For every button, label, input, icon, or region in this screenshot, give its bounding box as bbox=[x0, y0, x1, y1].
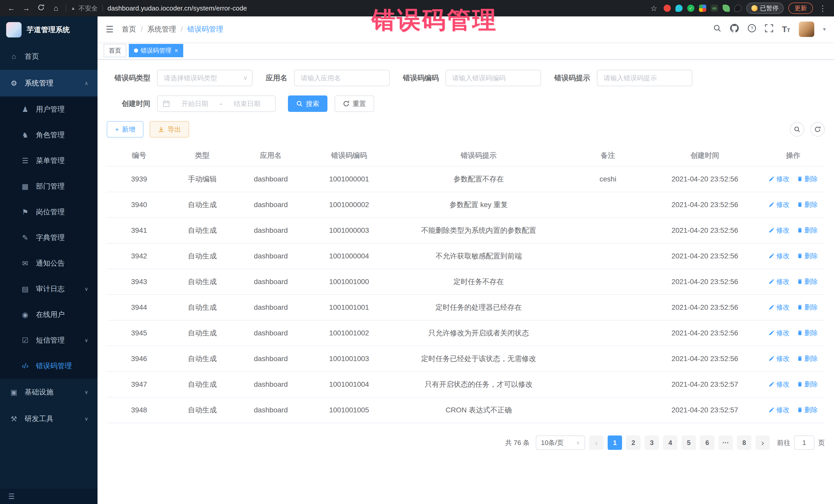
toggle-search-button[interactable] bbox=[790, 122, 804, 136]
security-indicator[interactable]: ▲ 不安全 bbox=[71, 4, 98, 13]
delete-link[interactable]: 删除 bbox=[797, 328, 818, 337]
error-code-input[interactable] bbox=[445, 70, 541, 86]
home-icon[interactable]: ⌂ bbox=[51, 4, 61, 13]
delete-link[interactable]: 删除 bbox=[797, 380, 818, 389]
sidebar-subitem[interactable]: ☰ 菜单管理 bbox=[0, 148, 97, 174]
delete-link[interactable]: 删除 bbox=[797, 277, 818, 286]
col-type: 类型 bbox=[171, 145, 233, 166]
edit-link[interactable]: 修改 bbox=[769, 251, 790, 261]
app-logo[interactable]: 芋道管理系统 bbox=[0, 17, 97, 43]
delete-link[interactable]: 删除 bbox=[797, 251, 818, 261]
page-size-value: 10条/页 bbox=[541, 438, 564, 447]
app-name-input[interactable] bbox=[294, 70, 390, 86]
page-size-select[interactable]: 10条/页 ∨ bbox=[536, 436, 585, 450]
tab-error-code[interactable]: 错误码管理 × bbox=[129, 44, 183, 57]
reset-button[interactable]: 重置 bbox=[335, 95, 374, 112]
extension-icon[interactable] bbox=[675, 5, 683, 12]
extension-icon[interactable] bbox=[699, 5, 706, 12]
trash-icon bbox=[797, 227, 803, 233]
sidebar-item[interactable]: ⚒ 研发工具 ∨ bbox=[0, 406, 97, 432]
fullscreen-icon[interactable] bbox=[765, 24, 773, 35]
refresh-table-button[interactable] bbox=[810, 122, 825, 136]
hamburger-icon[interactable]: ☰ bbox=[106, 24, 113, 35]
cell-remark bbox=[568, 372, 648, 397]
browser-update-button[interactable]: 更新 bbox=[788, 3, 813, 14]
github-icon[interactable] bbox=[730, 24, 739, 35]
sidebar-subitem[interactable]: ‹/› 错误码管理 bbox=[0, 353, 97, 379]
cell-remark bbox=[568, 320, 648, 346]
error-type-select[interactable] bbox=[157, 70, 253, 86]
font-size-icon[interactable]: TT bbox=[782, 25, 790, 34]
kebab-menu-icon[interactable]: ⋮ bbox=[817, 4, 828, 13]
page-number-button[interactable]: 4 bbox=[663, 436, 678, 450]
edit-link[interactable]: 修改 bbox=[769, 175, 790, 183]
cell-remark: ceshi bbox=[568, 166, 648, 192]
user-avatar[interactable] bbox=[799, 22, 814, 37]
extension-icon[interactable] bbox=[723, 5, 730, 12]
delete-link[interactable]: 删除 bbox=[797, 303, 818, 312]
edit-link[interactable]: 修改 bbox=[769, 200, 790, 209]
sidebar-subitem[interactable]: ♟ 用户管理 bbox=[0, 96, 97, 122]
sidebar-subitem[interactable]: ▤ 审计日志 ∨ bbox=[0, 276, 97, 302]
page-number-button[interactable]: 2 bbox=[626, 436, 640, 450]
extension-icon[interactable]: ✓ bbox=[687, 5, 695, 12]
edit-link[interactable]: 修改 bbox=[769, 354, 790, 363]
page-number-button[interactable]: 8 bbox=[737, 436, 751, 450]
goto-page-input[interactable] bbox=[794, 436, 814, 450]
sidebar-item[interactable]: ▣ 基础设施 ∨ bbox=[0, 379, 97, 406]
search-icon[interactable] bbox=[713, 24, 721, 35]
delete-link[interactable]: 删除 bbox=[797, 406, 818, 414]
sidebar-item-system[interactable]: ⚙ 系统管理 ∧ bbox=[0, 70, 97, 96]
sidebar-subitem[interactable]: ♞ 角色管理 bbox=[0, 122, 97, 148]
tags-bar: 首页 错误码管理 × bbox=[97, 42, 834, 60]
delete-link[interactable]: 删除 bbox=[797, 354, 818, 363]
export-button[interactable]: 导出 bbox=[150, 121, 189, 137]
sidebar-collapse-bar[interactable]: ☰ bbox=[0, 489, 97, 504]
caret-down-icon[interactable]: ▾ bbox=[823, 26, 826, 32]
page-number-button[interactable]: ··· bbox=[719, 436, 733, 450]
tab-home[interactable]: 首页 bbox=[104, 44, 126, 57]
add-button[interactable]: + 新增 bbox=[107, 121, 144, 137]
edit-link[interactable]: 修改 bbox=[769, 380, 790, 389]
subitem-icon: ♟ bbox=[21, 105, 30, 114]
edit-link[interactable]: 修改 bbox=[769, 328, 790, 337]
error-message-input[interactable] bbox=[597, 70, 692, 86]
page-number-button[interactable]: 3 bbox=[644, 436, 659, 450]
next-page-button[interactable]: › bbox=[755, 436, 770, 450]
sidebar-subitem[interactable]: ◉ 在线用户 bbox=[0, 302, 97, 327]
search-button[interactable]: 搜索 bbox=[288, 95, 327, 112]
page-number-button[interactable]: 6 bbox=[700, 436, 715, 450]
forward-icon[interactable]: → bbox=[21, 4, 31, 13]
date-range-picker[interactable]: 开始日期 - 结束日期 bbox=[157, 95, 276, 112]
prev-page-button[interactable]: ‹ bbox=[589, 436, 603, 450]
reload-icon[interactable] bbox=[36, 4, 46, 13]
sidebar-item-home[interactable]: ⌂ 首页 bbox=[0, 43, 97, 70]
breadcrumb-home[interactable]: 首页 bbox=[122, 24, 136, 34]
extension-icon[interactable]: on bbox=[711, 5, 718, 12]
cell-created: 2021-04-20 23:52:56 bbox=[648, 320, 762, 346]
delete-link[interactable]: 删除 bbox=[797, 175, 818, 183]
sidebar-subitem[interactable]: ☑ 短信管理 ∨ bbox=[0, 327, 97, 353]
help-icon[interactable]: ? bbox=[748, 24, 756, 35]
edit-link[interactable]: 修改 bbox=[769, 226, 790, 235]
delete-link[interactable]: 删除 bbox=[797, 200, 818, 209]
sidebar-subitem[interactable]: ✉ 通知公告 bbox=[0, 250, 97, 276]
sidebar-subitem[interactable]: ⚑ 岗位管理 bbox=[0, 199, 97, 225]
page-number-button[interactable]: 1 bbox=[608, 436, 622, 450]
sidebar-subitem-label: 角色管理 bbox=[36, 130, 65, 140]
extension-icon[interactable] bbox=[734, 5, 742, 12]
edit-link[interactable]: 修改 bbox=[769, 406, 790, 414]
back-icon[interactable]: ← bbox=[6, 4, 17, 13]
edit-link[interactable]: 修改 bbox=[769, 277, 790, 286]
sidebar-subitem[interactable]: ✎ 字典管理 bbox=[0, 225, 97, 250]
edit-link[interactable]: 修改 bbox=[769, 303, 790, 312]
page-number-button[interactable]: 5 bbox=[682, 436, 696, 450]
bookmark-star-icon[interactable]: ☆ bbox=[649, 4, 659, 13]
extension-icon[interactable] bbox=[664, 5, 671, 12]
close-icon[interactable]: × bbox=[175, 47, 178, 54]
url-bar[interactable]: dashboard.yudao.iocoder.cn/system/error-… bbox=[108, 4, 247, 12]
profile-paused-badge[interactable]: 已暂停 bbox=[746, 3, 784, 14]
sidebar-subitem[interactable]: ▦ 部门管理 bbox=[0, 174, 97, 199]
delete-link[interactable]: 删除 bbox=[797, 226, 818, 235]
breadcrumb-system[interactable]: 系统管理 bbox=[147, 24, 176, 34]
